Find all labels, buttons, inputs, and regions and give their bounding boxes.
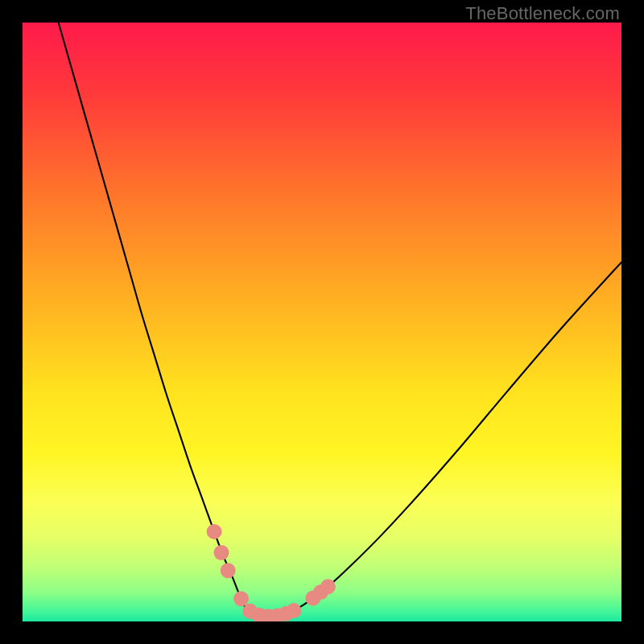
data-marker bbox=[221, 563, 236, 578]
outer-frame: TheBottleneck.com bbox=[0, 0, 644, 644]
data-marker bbox=[233, 591, 249, 606]
plot-area bbox=[23, 23, 621, 621]
watermark-text: TheBottleneck.com bbox=[465, 3, 620, 24]
data-marker bbox=[287, 603, 302, 618]
data-marker bbox=[320, 579, 336, 594]
data-marker bbox=[207, 524, 222, 539]
data-marker bbox=[214, 545, 229, 560]
marker-layer bbox=[23, 23, 621, 621]
